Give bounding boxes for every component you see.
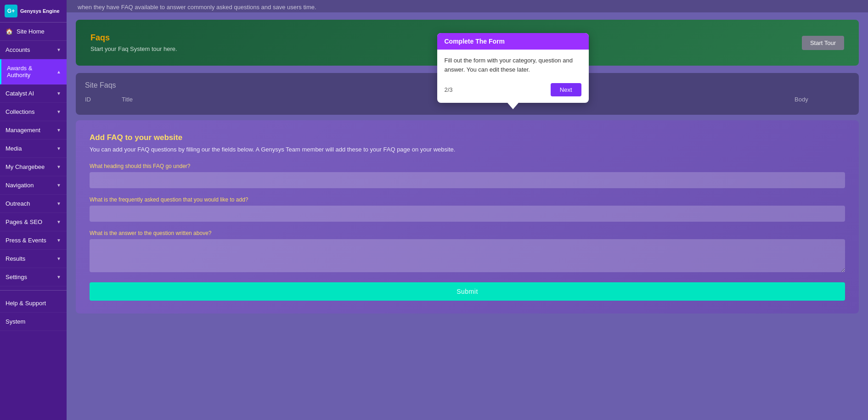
chevron-down-icon: ▼ <box>56 201 61 206</box>
sidebar-item-press-events[interactable]: Press & Events ▼ <box>0 231 67 250</box>
chevron-up-icon: ▲ <box>56 69 61 74</box>
chevron-down-icon: ▼ <box>56 274 61 280</box>
sidebar-item-collections[interactable]: Collections ▼ <box>0 103 67 121</box>
sidebar-item-media[interactable]: Media ▼ <box>0 140 67 158</box>
sidebar-item-label: Help & Support <box>6 300 46 307</box>
chevron-down-icon: ▼ <box>56 109 61 114</box>
sidebar: G+ Genysys Engine 🏠 Site Home Accounts ▼… <box>0 0 67 420</box>
sidebar-item-label: Awards & Authority <box>7 65 56 78</box>
chevron-down-icon: ▼ <box>56 146 61 151</box>
sidebar-item-label: Results <box>6 255 25 262</box>
chevron-down-icon: ▼ <box>56 164 61 169</box>
tooltip-footer: 2/3 Next <box>437 79 589 103</box>
sidebar-item-results[interactable]: Results ▼ <box>0 250 67 268</box>
sidebar-item-management[interactable]: Management ▼ <box>0 121 67 140</box>
sidebar-item-label: Catalyst AI <box>6 90 34 97</box>
sidebar-item-label: Press & Events <box>6 237 46 244</box>
sidebar-item-label: Accounts <box>6 46 30 53</box>
home-icon: 🏠 <box>6 28 13 35</box>
sidebar-item-label: Pages & SEO <box>6 218 42 225</box>
sidebar-item-awards-authority[interactable]: Awards & Authority ▲ <box>0 59 67 84</box>
tooltip-step: 2/3 <box>445 86 453 93</box>
sidebar-item-label: System <box>6 318 25 325</box>
tooltip-body: Fill out the form with your category, qu… <box>437 50 589 79</box>
sidebar-item-label: Outreach <box>6 200 30 207</box>
sidebar-item-label: Navigation <box>6 182 34 189</box>
column-body: Body <box>795 96 850 103</box>
tooltip-next-button[interactable]: Next <box>551 83 581 96</box>
sidebar-item-accounts[interactable]: Accounts ▼ <box>0 41 67 59</box>
input-heading[interactable] <box>90 172 845 188</box>
logo-text: Genysys Engine <box>20 8 60 14</box>
start-tour-button[interactable]: Start Tour <box>802 36 844 50</box>
textarea-answer[interactable] <box>90 239 845 272</box>
label-question: What is the frequently asked question th… <box>90 196 845 203</box>
faqs-banner-title: Faqs <box>90 33 177 43</box>
sidebar-item-label: Site Home <box>17 28 45 35</box>
sidebar-item-outreach[interactable]: Outreach ▼ <box>0 195 67 213</box>
sidebar-item-label: Media <box>6 145 22 152</box>
sidebar-logo[interactable]: G+ Genysys Engine <box>0 0 67 22</box>
label-answer: What is the answer to the question writt… <box>90 230 845 236</box>
faqs-banner-subtitle: Start your Faq System tour here. <box>90 45 177 52</box>
sidebar-item-site-home[interactable]: 🏠 Site Home <box>0 22 67 41</box>
chevron-down-icon: ▼ <box>56 47 61 52</box>
sidebar-item-settings[interactable]: Settings ▼ <box>0 268 67 286</box>
sidebar-item-label: My Chargebee <box>6 163 45 170</box>
submit-button[interactable]: Submit <box>90 282 845 301</box>
sidebar-item-system[interactable]: System <box>0 313 67 331</box>
sidebar-item-label: Settings <box>6 274 27 280</box>
main-content: when they have FAQ available to answer c… <box>67 0 868 420</box>
chevron-down-icon: ▼ <box>56 128 61 133</box>
sidebar-item-my-chargebee[interactable]: My Chargebee ▼ <box>0 158 67 176</box>
tooltip-arrow <box>507 103 519 109</box>
sidebar-item-navigation[interactable]: Navigation ▼ <box>0 176 67 195</box>
chevron-down-icon: ▼ <box>56 238 61 243</box>
sidebar-item-label: Management <box>6 127 40 134</box>
logo-icon: G+ <box>5 5 17 17</box>
column-id: ID <box>85 96 122 103</box>
sidebar-item-help-support[interactable]: Help & Support <box>0 294 67 313</box>
site-faqs-section: Site Faqs ID Title Body Complete The For… <box>76 73 859 115</box>
sidebar-item-catalyst-ai[interactable]: Catalyst AI ▼ <box>0 84 67 103</box>
chevron-down-icon: ▼ <box>56 183 61 188</box>
label-heading: What heading should this FAQ go under? <box>90 163 845 169</box>
chevron-down-icon: ▼ <box>56 256 61 261</box>
sidebar-item-pages-seo[interactable]: Pages & SEO ▼ <box>0 213 67 231</box>
chevron-down-icon: ▼ <box>56 91 61 96</box>
add-faq-subtitle: You can add your FAQ questions by fillin… <box>90 146 845 153</box>
add-faq-section: Add FAQ to your website You can add your… <box>76 120 859 314</box>
sidebar-divider <box>0 290 67 291</box>
chevron-down-icon: ▼ <box>56 219 61 224</box>
top-description-text: when they have FAQ available to answer c… <box>67 0 868 12</box>
sidebar-item-label: Collections <box>6 108 35 115</box>
tooltip-popup: Complete The Form Fill out the form with… <box>437 33 589 103</box>
input-question[interactable] <box>90 206 845 222</box>
tooltip-header: Complete The Form <box>437 33 589 50</box>
faqs-banner-info: Faqs Start your Faq System tour here. <box>90 33 177 52</box>
add-faq-title: Add FAQ to your website <box>90 133 845 142</box>
